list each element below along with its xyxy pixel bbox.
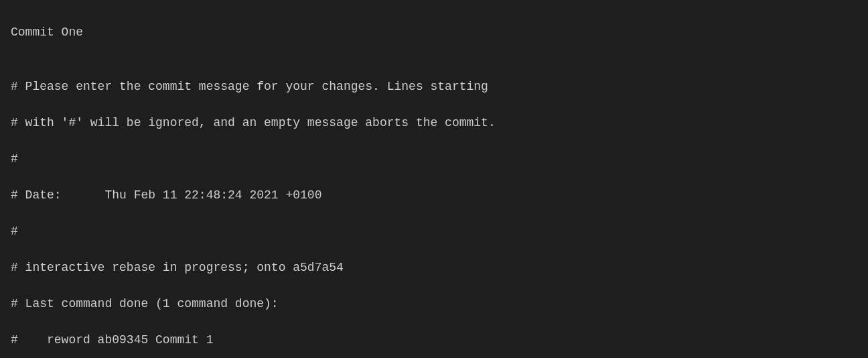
comment-last-command: # reword ab09345 Commit 1 (11, 331, 857, 349)
comment-rebase-status: # interactive rebase in progress; onto a… (11, 259, 857, 277)
comment-last-command-header: # Last command done (1 command done): (11, 295, 857, 313)
comment-date: # Date: Thu Feb 11 22:48:24 2021 +0100 (11, 186, 857, 204)
commit-editor[interactable]: Commit One # Please enter the commit mes… (11, 5, 857, 358)
comment-instructions-2: # with '#' will be ignored, and an empty… (11, 114, 857, 132)
comment-instructions-1: # Please enter the commit message for yo… (11, 78, 857, 96)
comment-separator-2: # (11, 223, 857, 241)
comment-separator-1: # (11, 150, 857, 168)
commit-message-line[interactable]: Commit One (11, 23, 857, 42)
